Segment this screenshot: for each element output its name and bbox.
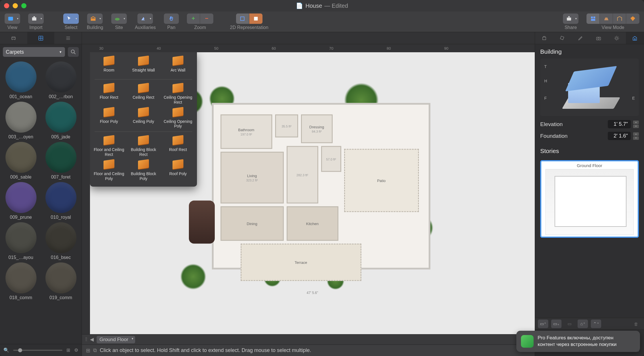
building-tool-item[interactable]: Arc Wall [162,56,194,76]
material-swatch[interactable]: 009_prune [2,182,40,220]
room-dressing[interactable]: Dressing84.3 ft² [301,115,333,143]
room-small[interactable]: 35.5 ft² [275,115,298,138]
tab-materials[interactable] [27,32,55,44]
elevation-input[interactable]: 1' 5.7" [608,120,631,128]
delete-story-button[interactable]: 🗑 [631,320,641,328]
library-category-select[interactable]: Carpets ▼ [3,47,65,57]
material-swatch[interactable]: 018_comm [2,262,40,300]
building-tool-item[interactable]: Floor and Ceiling Poly [93,160,125,181]
building-tool-item[interactable]: Floor Rect [93,84,125,105]
tool-label: Straight Wall [132,68,155,76]
tool-icon [172,159,183,169]
material-swatch[interactable]: 019_comm [42,262,80,300]
add-roof-button[interactable]: ⌂⁺ [578,320,588,328]
site-tool-button[interactable] [111,13,127,24]
svg-point-4 [115,18,120,20]
material-swatch[interactable]: 005_jade [42,102,80,140]
material-swatch[interactable]: 016_bsec [42,222,80,260]
tool-label: Room [103,68,114,76]
building-tool-item[interactable]: Ceiling Poly [128,108,159,129]
room-bathroom[interactable]: Bathroom197.0 ft² [221,115,272,149]
building-tool-item[interactable]: Building Block Poly [128,160,159,181]
story-select[interactable]: Ground Floor [97,336,135,343]
nav-left-icon[interactable]: ◀ [90,336,94,343]
status-icon-grid[interactable]: ⊞ [86,347,90,354]
library-zoom-slider[interactable] [13,350,62,351]
aux-tool-button[interactable] [137,13,153,24]
zoom-in-button[interactable]: + [187,13,200,24]
insp-tab-object[interactable] [535,32,553,44]
share-button[interactable] [563,13,578,24]
library-footer: 🔍 ⊞ ⚙ [0,344,82,356]
gear-icon[interactable]: ⚙ [74,347,78,353]
material-swatch[interactable]: 015_…ayou [2,222,40,260]
floorplan[interactable]: Bathroom197.0 ft² 35.5 ft² Dressing84.3 … [183,86,442,293]
material-swatch[interactable]: 002_…rbon [42,61,80,99]
select-tool-button[interactable] [63,13,79,24]
status-icon-snap[interactable]: ⧉ [93,347,97,353]
building-tool-item[interactable]: Ceiling Opening Poly [162,108,194,129]
elevation-stepper[interactable]: ▴▾ [633,120,639,128]
filter-icon[interactable]: ⊞ [66,347,70,353]
room-living[interactable]: Living323.2 ft² [221,152,284,204]
rep2d-mode1[interactable] [236,13,249,24]
window-close[interactable] [4,3,9,8]
building-tool-item[interactable]: Roof Poly [162,160,194,181]
material-swatch[interactable]: 001_ocean [2,61,40,99]
room-terrace[interactable]: Terrace [241,244,361,281]
svg-rect-10 [591,19,595,20]
room-kitchen[interactable]: Kitchen [287,206,338,241]
viewmode-walk[interactable] [626,13,639,24]
building-tool-item[interactable]: Straight Wall [128,56,159,76]
viewmode-2d[interactable] [586,13,600,24]
view-button[interactable] [5,13,20,24]
tab-furniture[interactable] [0,32,27,44]
building-tool-item[interactable]: Ceiling Opening Rect [162,84,194,105]
material-swatch[interactable]: 010_royal [42,182,80,220]
pan-button[interactable] [164,13,179,24]
car[interactable] [189,201,215,244]
insp-tab-camera[interactable] [590,32,608,44]
building-tool-item[interactable]: Roof Rect [162,136,194,157]
building-tool-item[interactable]: Floor and Ceiling Rect [93,136,125,157]
room-closet[interactable]: 57.0 ft² [321,146,341,172]
import-button[interactable] [28,13,44,24]
building-tool-item[interactable]: Ceiling Rect [128,84,159,105]
zoom-out-icon[interactable]: 🔍 [3,347,9,353]
story-thumbnail[interactable]: Ground Floor [540,160,639,238]
foundation-input[interactable]: 2' 1.6" [608,132,631,140]
window-minimize[interactable] [13,3,18,8]
building-tool-item[interactable]: Building Block Rect [128,136,159,157]
add-loft-button[interactable]: ⌃⁺ [591,320,601,328]
insp-tab-edit[interactable] [571,32,589,44]
add-story-above-button[interactable]: ▭₊ [551,320,561,328]
rep2d-label: 2D Representation [230,25,268,30]
pro-features-notification[interactable]: Pro Features включены, доступен контент … [516,331,640,352]
material-swatch[interactable]: 003_…oyen [2,102,40,140]
insp-tab-light[interactable] [608,32,626,44]
viewmode-elev[interactable] [613,13,626,24]
material-swatch[interactable]: 006_sable [2,142,40,180]
building-tool-button[interactable] [87,13,103,24]
material-swatch[interactable]: 007_foret [42,142,80,180]
foundation-stepper[interactable]: ▴▾ [633,132,639,140]
window-zoom[interactable] [21,3,26,8]
building-tool-item[interactable]: Room [93,56,125,76]
room-patio[interactable]: Patio [344,149,419,212]
viewmode-3d[interactable] [600,13,613,24]
room-dining[interactable]: Dining [221,206,284,241]
canvas-viewport[interactable]: Bathroom197.0 ft² 35.5 ft² Dressing84.3 … [90,52,535,334]
insp-tab-building[interactable] [626,32,644,44]
library-search-button[interactable] [68,47,79,57]
story-thumb-label: Ground Floor [577,163,602,168]
add-story-below-button[interactable]: ▭⁺ [538,320,548,328]
insp-tab-materials[interactable] [553,32,571,44]
grip-icon[interactable]: ⦙⦙ [85,337,87,343]
building-tool-item[interactable]: Floor Poly [93,108,125,129]
story-ground-button[interactable]: ▭ [564,320,575,328]
library-grid[interactable]: 001_ocean002_…rbon003_…oyen005_jade006_s… [0,60,82,344]
rep2d-mode2[interactable] [249,13,262,24]
room-hall[interactable]: 282.3 ft² [287,146,318,204]
tab-list[interactable] [54,32,82,44]
zoom-out-button[interactable]: − [200,13,213,24]
